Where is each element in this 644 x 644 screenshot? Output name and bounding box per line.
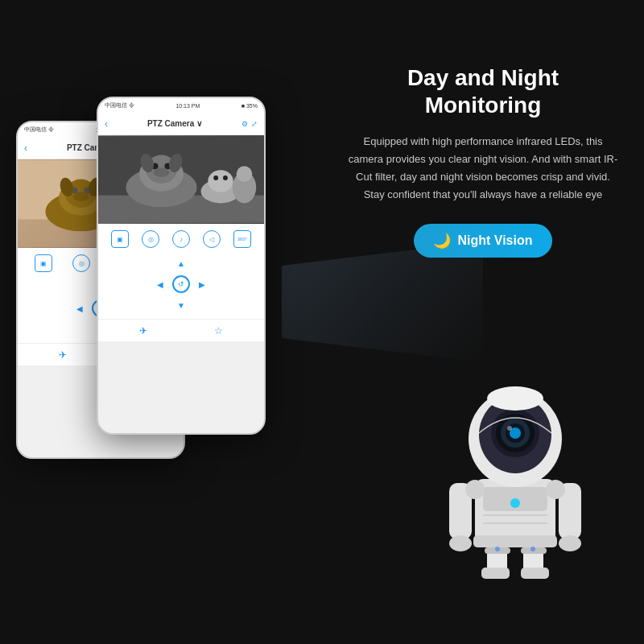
- dpad-left-front[interactable]: ◀: [153, 277, 167, 291]
- svg-point-61: [530, 547, 535, 551]
- svg-point-43: [465, 480, 485, 499]
- svg-point-46: [559, 535, 581, 551]
- night-vision-badge: 🌙 Night Vision: [414, 224, 551, 258]
- mic-icon-front[interactable]: ♪: [172, 230, 190, 248]
- app-title-front: PTZ Camera ∨: [108, 119, 242, 128]
- svg-point-29: [223, 175, 228, 180]
- phones-section: 中国电信 令 10:13 PM ■ 35% ‹ PTZ Camera ∨ ⚙ ⤢: [16, 97, 322, 547]
- svg-point-56: [487, 386, 543, 411]
- battery-front: ■ 35%: [242, 103, 258, 109]
- svg-point-23: [154, 167, 170, 177]
- dpad-left-back[interactable]: ◀: [72, 301, 87, 316]
- video-icon-back[interactable]: ▣: [35, 254, 52, 272]
- control-icons-row-front: ▣ ◎ ♪ ◁ 360°: [105, 230, 258, 248]
- camera-feed-bw: [98, 135, 264, 224]
- svg-point-60: [495, 547, 500, 551]
- camera-icon-back[interactable]: ◎: [72, 254, 90, 272]
- page-container: 中国电信 令 10:13 PM ■ 35% ‹ PTZ Camera ∨ ⚙ ⤢: [0, 0, 644, 644]
- svg-point-55: [507, 426, 512, 431]
- time-front: 10:13 PM: [175, 103, 200, 109]
- moon-icon: 🌙: [433, 232, 451, 250]
- content-section: Day and Night Monitoring Equipped with h…: [346, 64, 620, 258]
- dog-scene-bw: [98, 135, 264, 224]
- svg-rect-35: [521, 568, 549, 579]
- phone-front: 中国电信 令 10:13 PM ■ 35% ‹ PTZ Camera ∨ ⚙ ⤢: [97, 97, 266, 435]
- svg-point-44: [546, 480, 565, 499]
- robot-camera: [435, 362, 612, 604]
- dpad-down-front[interactable]: ▼: [174, 298, 188, 312]
- svg-point-57: [510, 498, 520, 508]
- svg-point-45: [449, 535, 472, 551]
- fullscreen-icon-front[interactable]: ⤢: [251, 120, 258, 128]
- svg-rect-34: [481, 568, 510, 579]
- svg-point-28: [213, 175, 218, 180]
- directional-pad-front: ▲ ▼ ◀ ▶ ↺: [153, 256, 209, 312]
- phone-front-header: ‹ PTZ Camera ∨ ⚙ ⤢: [98, 113, 264, 135]
- svg-point-7: [73, 192, 89, 201]
- svg-point-27: [208, 170, 233, 192]
- camera-icon-front[interactable]: ◎: [142, 230, 159, 248]
- feature-description: Equipped with high performance infrared …: [346, 133, 620, 204]
- video-icon-front[interactable]: ▣: [111, 230, 129, 248]
- carrier-back: 中国电信 令: [24, 126, 54, 134]
- dpad-center-front[interactable]: ↺: [172, 275, 190, 293]
- svg-rect-40: [473, 535, 557, 547]
- nav-icon-1-front[interactable]: ✈: [139, 325, 147, 336]
- header-icons-front: ⚙ ⤢: [242, 120, 258, 128]
- nav-icon-1-back[interactable]: ✈: [59, 349, 67, 361]
- 360-icon-front[interactable]: 360°: [233, 230, 251, 248]
- dpad-right-front[interactable]: ▶: [195, 277, 209, 291]
- speaker-icon-front[interactable]: ◁: [203, 230, 221, 248]
- badge-label: Night Vision: [457, 233, 532, 248]
- carrier-front: 中国电信 令: [105, 101, 134, 109]
- phone-front-status: 中国电信 令 10:13 PM ■ 35%: [98, 98, 264, 113]
- nav-icon-2-front[interactable]: ☆: [214, 325, 223, 336]
- settings-icon-front[interactable]: ⚙: [242, 120, 248, 128]
- page-title: Day and Night Monitoring: [346, 64, 620, 118]
- dpad-front: ▲ ▼ ◀ ▶ ↺: [105, 256, 258, 312]
- svg-point-31: [237, 166, 253, 182]
- phone-front-controls: ▣ ◎ ♪ ◁ 360° ▲ ▼ ◀ ▶ ↺: [98, 224, 264, 319]
- dpad-up-front[interactable]: ▲: [174, 256, 188, 270]
- robot-svg: [435, 362, 596, 588]
- phone-front-bottom: ✈ ☆: [98, 319, 264, 341]
